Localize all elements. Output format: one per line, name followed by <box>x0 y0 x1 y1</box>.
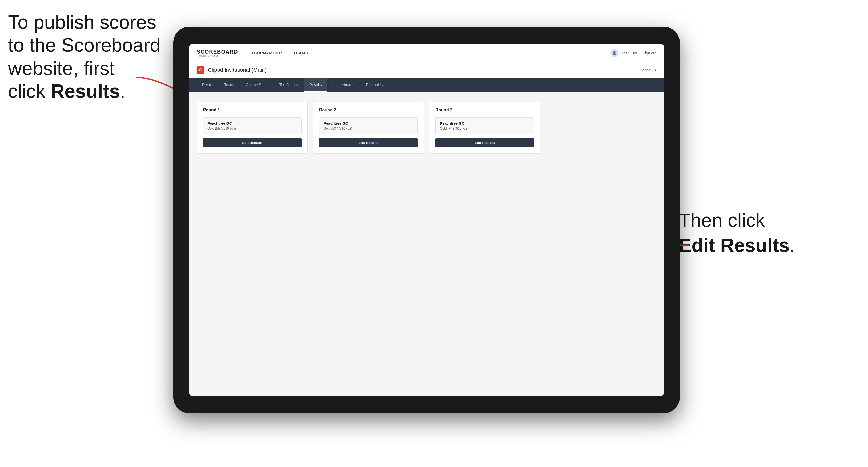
tab-details[interactable]: Details <box>197 78 219 92</box>
round-3-title: Round 3 <box>435 108 534 113</box>
tab-tee-groups[interactable]: Tee Groups <box>274 78 304 92</box>
round-3-course-card: Peachtree GC Gold (M) (7010 yds) <box>435 117 534 134</box>
tablet-screen: SCOREBOARD Powered by clippd TOURNAMENTS… <box>189 44 664 396</box>
cancel-label: Cancel <box>640 68 651 72</box>
instruction-line-4: click Results. <box>8 81 125 102</box>
instruction-edit-results-bold: Edit Results <box>679 235 789 256</box>
round-2-course-name: Peachtree GC <box>323 121 413 126</box>
round-2-title: Round 2 <box>319 108 418 113</box>
tournament-name: Clippd Invitational (Main) <box>208 67 267 73</box>
round-3-course-details: Gold (M) (7010 yds) <box>440 127 529 130</box>
instruction-line-3: website, first <box>8 58 115 79</box>
logo-area: SCOREBOARD Powered by clippd <box>197 49 238 57</box>
round-2-course-card: Peachtree GC Gold (M) (7010 yds) <box>319 117 418 134</box>
edit-results-button-2[interactable]: Edit Results <box>319 138 418 147</box>
tab-printables[interactable]: Printables <box>361 78 388 92</box>
instruction-right: Then click Edit Results. <box>679 208 833 258</box>
cancel-button[interactable]: Cancel ✕ <box>640 67 656 72</box>
round-2-course-details: Gold (M) (7010 yds) <box>323 127 413 130</box>
user-avatar: 👤 <box>611 49 618 57</box>
round-card-1: Round 1 Peachtree GC Gold (M) (7010 yds)… <box>197 101 308 154</box>
tournament-icon: C <box>197 66 204 74</box>
instruction-results-bold: Results <box>51 81 120 102</box>
user-name: Test User | <box>622 51 640 55</box>
tournament-header: C Clippd Invitational (Main) Cancel ✕ <box>189 62 664 78</box>
logo-subtitle: Powered by clippd <box>197 54 238 57</box>
instruction-right-line2-post: . <box>789 235 795 256</box>
round-1-title: Round 1 <box>203 108 302 113</box>
tab-course-setup[interactable]: Course Setup <box>241 78 274 92</box>
empty-column <box>546 101 656 154</box>
instruction-line-4-post: . <box>120 81 125 102</box>
round-3-course-name: Peachtree GC <box>440 121 529 126</box>
round-card-2: Round 2 Peachtree GC Gold (M) (7010 yds)… <box>313 101 424 154</box>
edit-results-button-3[interactable]: Edit Results <box>435 138 534 147</box>
round-1-course-name: Peachtree GC <box>208 121 297 126</box>
instruction-line-1: To publish scores <box>8 11 156 33</box>
tablet-frame: SCOREBOARD Powered by clippd TOURNAMENTS… <box>173 27 680 413</box>
tab-bar: Details Teams Course Setup Tee Groups Re… <box>189 78 664 92</box>
sign-out-link[interactable]: Sign out <box>643 51 656 55</box>
rounds-grid: Round 1 Peachtree GC Gold (M) (7010 yds)… <box>197 101 656 154</box>
edit-results-button-1[interactable]: Edit Results <box>203 138 302 147</box>
nav-teams[interactable]: TEAMS <box>293 51 308 55</box>
round-1-course-card: Peachtree GC Gold (M) (7010 yds) <box>203 117 302 134</box>
nav-links: TOURNAMENTS TEAMS <box>251 51 308 55</box>
cancel-icon: ✕ <box>653 67 656 72</box>
nav-tournaments[interactable]: TOURNAMENTS <box>251 51 284 55</box>
instruction-right-line1: Then click <box>679 210 765 231</box>
instruction-line-4-pre: click <box>8 81 51 102</box>
nav-right: 👤 Test User | Sign out <box>611 49 656 57</box>
logo-text: SCOREBOARD <box>197 49 238 54</box>
main-content: Round 1 Peachtree GC Gold (M) (7010 yds)… <box>189 92 664 396</box>
tab-teams[interactable]: Teams <box>219 78 241 92</box>
round-1-course-details: Gold (M) (7010 yds) <box>208 127 297 130</box>
instruction-line-2: to the Scoreboard <box>8 34 160 56</box>
tab-leaderboards[interactable]: Leaderboards <box>327 78 361 92</box>
tab-results[interactable]: Results <box>304 78 327 92</box>
top-nav: SCOREBOARD Powered by clippd TOURNAMENTS… <box>189 44 664 62</box>
round-card-3: Round 3 Peachtree GC Gold (M) (7010 yds)… <box>429 101 540 154</box>
